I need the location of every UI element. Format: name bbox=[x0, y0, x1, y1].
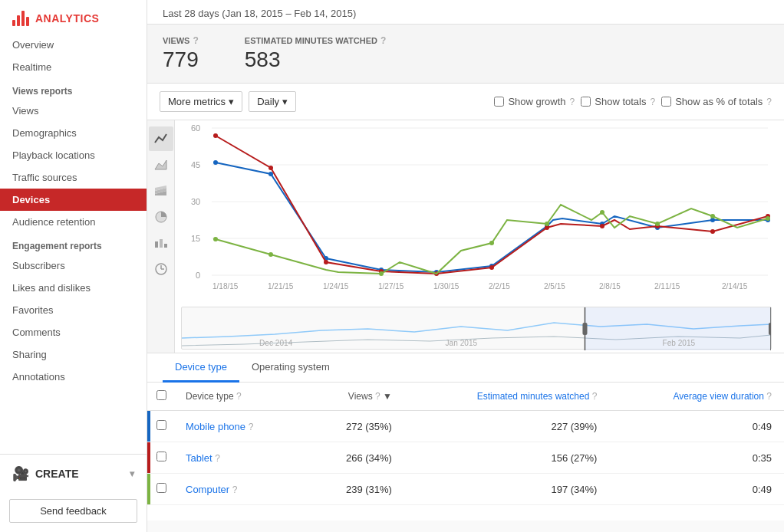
svg-point-60 bbox=[710, 214, 715, 218]
main-content: Last 28 days (Jan 18, 2015 – Feb 14, 201… bbox=[147, 0, 784, 532]
row-avg-duration: 0:35 bbox=[609, 442, 784, 474]
growth-help-icon[interactable]: ? bbox=[570, 97, 575, 107]
svg-rect-5 bbox=[155, 241, 158, 248]
svg-point-57 bbox=[545, 222, 549, 226]
svg-text:Jan 2015: Jan 2015 bbox=[446, 339, 478, 347]
sidebar-item-annotations[interactable]: Annotations bbox=[0, 366, 147, 388]
table-body: Mobile phone ? 272 (35%) 227 (39%) 0:49 … bbox=[147, 411, 784, 505]
minutes-help-icon[interactable]: ? bbox=[380, 35, 386, 46]
bar-chart-icon[interactable] bbox=[149, 231, 173, 255]
checkbox-col-header bbox=[150, 383, 173, 411]
stacked-area-icon[interactable] bbox=[149, 179, 173, 203]
row-checkbox-cell bbox=[150, 442, 173, 474]
sidebar-item-likes-dislikes[interactable]: Likes and dislikes bbox=[0, 277, 147, 299]
svg-point-51 bbox=[710, 229, 715, 234]
sidebar-item-overview[interactable]: Overview bbox=[0, 34, 147, 56]
minutes-col-help-icon[interactable]: ? bbox=[592, 391, 598, 402]
device-type-help-icon[interactable]: ? bbox=[236, 391, 242, 402]
svg-point-54 bbox=[268, 252, 273, 257]
sidebar-item-comments[interactable]: Comments bbox=[0, 321, 147, 343]
totals-help-icon[interactable]: ? bbox=[650, 97, 655, 107]
row-help-icon[interactable]: ? bbox=[232, 484, 238, 495]
views-label: VIEWS bbox=[163, 36, 189, 45]
show-totals-checkbox[interactable]: Show totals ? bbox=[581, 96, 655, 107]
views-value: 779 bbox=[163, 48, 199, 72]
row-help-icon[interactable]: ? bbox=[215, 453, 220, 464]
avg-duration-col-header: Average view duration ? bbox=[609, 383, 784, 411]
mini-timeline[interactable]: Dec 2014 Jan 2015 Feb 2015 bbox=[181, 307, 772, 350]
logo-bar-1 bbox=[12, 20, 15, 26]
row-checkbox[interactable] bbox=[156, 483, 166, 493]
more-metrics-button[interactable]: More metrics ▾ bbox=[160, 91, 242, 112]
sidebar-item-views[interactable]: Views bbox=[0, 100, 147, 122]
show-pct-checkbox[interactable]: Show as % of totals ? bbox=[661, 96, 772, 107]
show-growth-input[interactable] bbox=[494, 97, 504, 107]
views-col-help-icon[interactable]: ? bbox=[375, 391, 380, 402]
row-checkbox-cell bbox=[150, 411, 173, 442]
svg-point-31 bbox=[213, 160, 218, 165]
svg-point-56 bbox=[489, 241, 494, 245]
svg-text:1/18/15: 1/18/15 bbox=[212, 282, 239, 291]
svg-point-53 bbox=[213, 237, 218, 241]
svg-text:15: 15 bbox=[191, 234, 200, 243]
app-name: ANALYTICS bbox=[35, 12, 99, 25]
device-link[interactable]: Mobile phone bbox=[186, 421, 245, 432]
svg-text:60: 60 bbox=[191, 123, 200, 133]
svg-text:1/27/15: 1/27/15 bbox=[378, 282, 404, 291]
clock-icon[interactable] bbox=[149, 257, 173, 281]
data-table: Device type ? Views ? ▼ Estimated minute… bbox=[147, 383, 784, 505]
avg-duration-help-icon[interactable]: ? bbox=[766, 391, 772, 402]
daily-button[interactable]: Daily ▾ bbox=[249, 91, 296, 112]
show-growth-label: Show growth bbox=[508, 96, 565, 107]
svg-rect-7 bbox=[164, 244, 167, 248]
svg-text:30: 30 bbox=[191, 197, 200, 206]
svg-text:2/2/15: 2/2/15 bbox=[489, 282, 510, 291]
show-pct-input[interactable] bbox=[661, 97, 671, 107]
device-link[interactable]: Tablet bbox=[186, 452, 212, 464]
sidebar-item-favorites[interactable]: Favorites bbox=[0, 299, 147, 321]
sidebar-item-demographics[interactable]: Demographics bbox=[0, 122, 147, 144]
row-minutes: 197 (34%) bbox=[404, 474, 610, 505]
row-checkbox[interactable] bbox=[156, 452, 166, 461]
row-minutes: 156 (27%) bbox=[404, 442, 610, 474]
svg-text:45: 45 bbox=[191, 160, 200, 169]
views-help-icon[interactable]: ? bbox=[193, 35, 198, 46]
svg-text:Dec 2014: Dec 2014 bbox=[259, 339, 293, 347]
sidebar-item-subscribers[interactable]: Subscribers bbox=[0, 255, 147, 277]
sidebar-item-realtime[interactable]: Realtime bbox=[0, 56, 147, 78]
pie-chart-icon[interactable] bbox=[149, 205, 173, 229]
sidebar-item-traffic-sources[interactable]: Traffic sources bbox=[0, 166, 147, 189]
camera-icon: 🎥 bbox=[12, 465, 29, 482]
show-growth-checkbox[interactable]: Show growth ? bbox=[494, 96, 575, 107]
svg-text:2/14/15: 2/14/15 bbox=[722, 282, 748, 291]
sidebar-item-playback-locations[interactable]: Playback locations bbox=[0, 144, 147, 166]
pct-help-icon[interactable]: ? bbox=[766, 97, 772, 107]
main-chart-area: 60 45 30 15 0 1/18/15 1/21/15 1/24/15 1/… bbox=[175, 120, 784, 353]
line-chart-icon[interactable] bbox=[149, 126, 173, 151]
views-stat: VIEWS ? 779 bbox=[163, 35, 199, 72]
svg-point-59 bbox=[655, 222, 660, 226]
tab-device-type[interactable]: Device type bbox=[163, 353, 239, 383]
select-all-checkbox[interactable] bbox=[156, 390, 166, 400]
controls-bar: More metrics ▾ Daily ▾ Show growth ? Sho… bbox=[147, 84, 784, 120]
create-section[interactable]: 🎥 CREATE ▾ bbox=[0, 454, 147, 493]
svg-marker-0 bbox=[155, 160, 166, 169]
show-totals-input[interactable] bbox=[581, 97, 591, 107]
device-link[interactable]: Computer bbox=[186, 484, 229, 495]
views-col-header[interactable]: Views ? ▼ bbox=[305, 383, 404, 411]
line-chart-svg: 60 45 30 15 0 1/18/15 1/21/15 1/24/15 1/… bbox=[181, 120, 772, 304]
chevron-down-icon: ▾ bbox=[130, 468, 134, 479]
sidebar-item-sharing[interactable]: Sharing bbox=[0, 343, 147, 366]
area-chart-icon[interactable] bbox=[149, 153, 173, 177]
sidebar-item-devices[interactable]: Devices bbox=[0, 189, 147, 211]
svg-point-61 bbox=[766, 216, 770, 221]
app-logo: ANALYTICS bbox=[0, 0, 147, 34]
row-help-icon[interactable]: ? bbox=[249, 422, 254, 432]
svg-point-55 bbox=[379, 271, 384, 276]
row-checkbox[interactable] bbox=[156, 420, 166, 430]
tab-operating-system[interactable]: Operating system bbox=[239, 353, 342, 383]
sidebar-item-audience-retention[interactable]: Audience retention bbox=[0, 211, 147, 233]
mini-chart-svg: Dec 2014 Jan 2015 Feb 2015 bbox=[182, 307, 771, 350]
minutes-label: ESTIMATED MINUTES WATCHED bbox=[245, 36, 377, 45]
send-feedback-button[interactable]: Send feedback bbox=[9, 499, 137, 523]
